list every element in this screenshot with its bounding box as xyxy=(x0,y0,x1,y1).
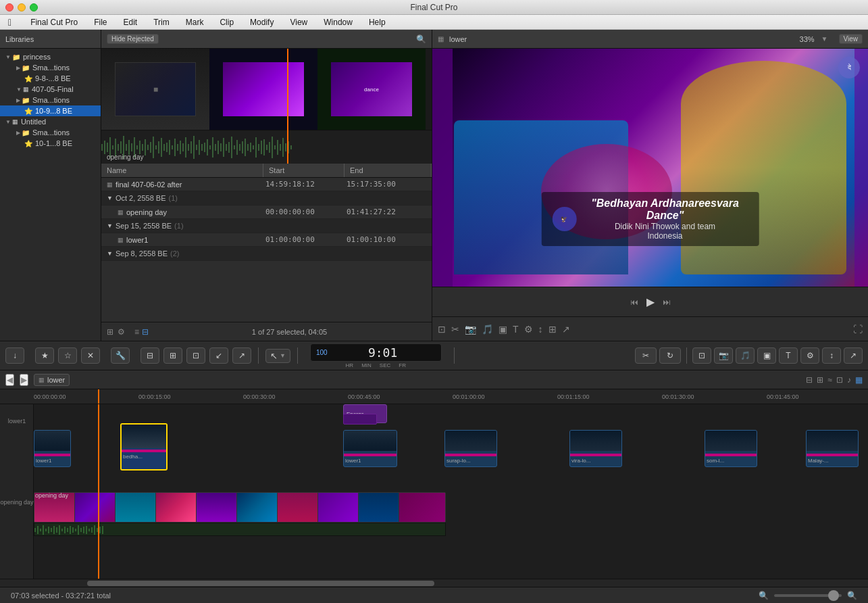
sidebar-item-princess[interactable]: ▼ 📁 princess xyxy=(0,51,101,62)
music-btn[interactable]: 🎵 xyxy=(736,347,755,364)
modify-btn-2[interactable]: ↻ xyxy=(659,347,681,364)
h-scrollbar-thumb[interactable] xyxy=(87,581,434,586)
menu-view[interactable]: View xyxy=(287,18,310,27)
zoom-minus-icon[interactable]: 🔍 xyxy=(759,591,769,600)
keyword-button[interactable]: 🔧 xyxy=(111,347,130,364)
minimize-button[interactable] xyxy=(18,3,26,11)
clip-vira[interactable]: vira-lo... xyxy=(569,430,622,467)
browser-layout-icon[interactable]: ⊞ xyxy=(107,327,113,337)
zoom-handle[interactable] xyxy=(828,590,839,601)
thumb-3[interactable]: dance xyxy=(317,49,426,130)
zoom-plus-icon[interactable]: 🔍 xyxy=(847,591,857,600)
timeline-snap-icon[interactable]: ⊡ xyxy=(836,375,843,385)
transform-icon-5[interactable]: ▣ xyxy=(499,324,507,335)
modify-btn-1[interactable]: ✂ xyxy=(635,347,657,364)
transform-btn[interactable]: ↕ xyxy=(822,347,841,364)
play-button[interactable]: ▶ xyxy=(646,295,655,308)
apple-menu[interactable]:  xyxy=(5,17,14,28)
video-strip[interactable] xyxy=(34,492,446,523)
svg-rect-67 xyxy=(282,138,284,157)
viewer-view-button[interactable]: View xyxy=(839,34,863,44)
thumb-1[interactable]: ◼ xyxy=(101,49,209,130)
audio-btn[interactable]: 📷 xyxy=(714,347,733,364)
group-header[interactable]: ▼ Oct 2, 2558 BE (1) xyxy=(101,191,432,206)
zoom-dropdown-icon[interactable]: ▼ xyxy=(821,35,828,43)
timecode-display[interactable]: 9:01 xyxy=(336,345,430,360)
list-view-icon[interactable]: ≡ xyxy=(134,327,139,337)
menu-mark[interactable]: Mark xyxy=(183,18,207,27)
menu-clip[interactable]: Clip xyxy=(217,18,236,27)
favorite-button[interactable]: ★ xyxy=(35,347,54,364)
sidebar-item-sma-tions3[interactable]: ▶ 📁 Sma...tions xyxy=(0,127,101,138)
overlay-btn[interactable]: ⊡ xyxy=(692,347,711,364)
effect-btn[interactable]: ⚙ xyxy=(800,347,819,364)
timeline-next-button[interactable]: ▶ xyxy=(20,374,28,386)
thumb-2[interactable] xyxy=(209,49,317,130)
import-button[interactable]: ↓ xyxy=(5,347,24,364)
group-header[interactable]: ▼ Sep 8, 2558 BE (2) xyxy=(101,247,432,261)
sidebar-item-407-final[interactable]: ▼ ▦ 407-05-Final xyxy=(0,84,101,95)
menu-edit[interactable]: Edit xyxy=(121,18,141,27)
skip-forward-button[interactable]: ⏭ xyxy=(663,297,671,307)
maximize-button[interactable] xyxy=(30,3,38,11)
clip-bedha-selected[interactable]: bedha... xyxy=(120,423,168,471)
tool-dropdown-icon: ▼ xyxy=(280,352,286,359)
overwrite-button[interactable]: ↙ xyxy=(209,347,228,364)
sidebar-item-9-8-be[interactable]: ⭐ 9-8-...8 BE xyxy=(0,73,101,84)
menu-window[interactable]: Window xyxy=(321,18,355,27)
menu-modify[interactable]: Modify xyxy=(247,18,276,27)
timeline-prev-button[interactable]: ◀ xyxy=(5,374,14,386)
browser-settings-icon[interactable]: ⚙ xyxy=(118,327,125,337)
list-item[interactable]: ▦ final 407-06-02 after 14:59:18:12 15:1… xyxy=(101,178,432,191)
transform-icon-8[interactable]: ↕ xyxy=(538,324,543,335)
connect-button[interactable]: ⊟ xyxy=(141,347,159,364)
timeline-zoom-out-icon[interactable]: ⊟ xyxy=(806,375,813,385)
replace-button[interactable]: ↗ xyxy=(232,347,251,364)
search-icon[interactable]: 🔍 xyxy=(416,34,426,44)
sidebar-item-10-1-be[interactable]: ⭐ 10-1...8 BE xyxy=(0,138,101,149)
timeline-blue-icon[interactable]: ▦ xyxy=(855,375,863,385)
hide-rejected-button[interactable]: Hide Rejected xyxy=(107,34,159,44)
sidebar-item-sma-tions2[interactable]: ▶ 📁 Sma...tions xyxy=(0,95,101,105)
clip-malay[interactable]: Malay-... xyxy=(806,430,859,467)
transform-icon-3[interactable]: 📷 xyxy=(465,324,476,335)
menu-final-cut-pro[interactable]: Final Cut Pro xyxy=(28,18,80,27)
sidebar-item-10-9-be[interactable]: ⭐ 10-9...8 BE xyxy=(0,105,101,116)
reject-button[interactable]: ✕ xyxy=(81,347,100,364)
menu-help[interactable]: Help xyxy=(366,18,388,27)
transform-icon-1[interactable]: ⊡ xyxy=(438,324,446,335)
zoom-bar[interactable] xyxy=(774,594,842,597)
clip-lower1-mid[interactable]: lower1 xyxy=(343,430,397,467)
fullscreen-button[interactable]: ⛶ xyxy=(853,324,863,335)
clip-som[interactable]: som-l... xyxy=(705,430,757,467)
tool-selector[interactable]: ↖ ▼ xyxy=(265,349,290,363)
list-item[interactable]: ▦ opening day 00:00:00:00 01:41:27:22 xyxy=(101,206,432,219)
transform-icon-9[interactable]: ⊞ xyxy=(548,324,557,335)
transform-icon-4[interactable]: 🎵 xyxy=(482,324,493,335)
sidebar-item-sma-tions[interactable]: ▶ 📁 Sma...tions xyxy=(0,62,101,73)
share-btn[interactable]: ↗ xyxy=(844,347,863,364)
transform-icon-7[interactable]: ⚙ xyxy=(524,324,533,335)
insert-button[interactable]: ⊞ xyxy=(163,347,182,364)
grid-view-icon[interactable]: ⊟ xyxy=(142,327,149,337)
clip-surap[interactable]: surap-lo... xyxy=(444,430,497,467)
timeline-zoom-in-icon[interactable]: ⊞ xyxy=(817,375,823,385)
sidebar-item-untitled[interactable]: ▼ ▦ Untitled xyxy=(0,116,101,127)
close-button[interactable] xyxy=(5,3,14,11)
h-scrollbar[interactable] xyxy=(0,579,868,587)
timeline-skimmer-icon[interactable]: ≈ xyxy=(827,375,832,385)
display-btn[interactable]: ▣ xyxy=(757,347,776,364)
clip-lower1-left[interactable]: lower1 xyxy=(34,430,71,467)
group-header[interactable]: ▼ Sep 15, 2558 BE (1) xyxy=(101,219,432,233)
list-item[interactable]: ▦ lower1 01:00:00:00 01:00:10:00 xyxy=(101,233,432,247)
unfavorite-button[interactable]: ☆ xyxy=(58,347,77,364)
transform-icon-10[interactable]: ↗ xyxy=(562,324,570,335)
timeline-audio-icon[interactable]: ♪ xyxy=(847,375,851,385)
append-button[interactable]: ⊡ xyxy=(186,347,205,364)
skip-back-button[interactable]: ⏮ xyxy=(630,297,638,307)
menu-trim[interactable]: Trim xyxy=(151,18,172,27)
menu-file[interactable]: File xyxy=(91,18,109,27)
transform-icon-2[interactable]: ✂ xyxy=(451,324,459,335)
text-btn[interactable]: T xyxy=(779,347,798,364)
transform-icon-6[interactable]: T xyxy=(513,324,519,335)
